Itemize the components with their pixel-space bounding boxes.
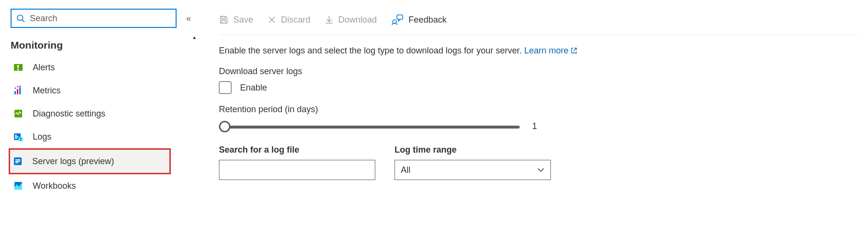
download-logs-label: Download server logs [219,66,868,77]
scroll-up-icon[interactable]: ▲ [192,35,197,40]
svg-rect-20 [15,159,20,160]
discard-icon [268,15,276,24]
sidebar-item-server-logs[interactable]: Server logs (preview) [9,148,171,174]
sidebar-item-label: Metrics [33,86,61,96]
svg-rect-7 [19,87,21,94]
log-time-range-label: Log time range [395,145,551,155]
svg-rect-29 [397,15,403,19]
search-icon [16,14,25,23]
sidebar-item-logs[interactable]: Logs [11,125,200,148]
svg-rect-6 [17,89,18,94]
retention-value: 1 [532,121,537,131]
sidebar-item-alerts[interactable]: Alerts [11,56,200,79]
svg-rect-18 [20,140,21,141]
feedback-label: Feedback [408,15,447,25]
sidebar-item-workbooks[interactable]: Workbooks [11,174,200,197]
slider-track [219,126,520,129]
slider-thumb[interactable] [219,121,230,132]
save-icon [219,15,229,25]
download-label: Download [338,15,377,25]
enable-label: Enable [240,83,267,93]
sidebar-item-label: Diagnostic settings [33,109,105,119]
enable-checkbox[interactable] [219,81,231,94]
sidebar-item-diagnostic-settings[interactable]: Diagnostic settings [11,102,200,125]
sidebar-item-label: Logs [33,132,51,142]
sidebar-item-metrics[interactable]: Metrics [11,79,200,102]
sidebar-item-label: Server logs (preview) [32,156,114,167]
main-content: Save Discard Download Feedback Enable th… [200,0,868,246]
svg-rect-15 [15,138,17,139]
svg-rect-4 [17,69,19,70]
sidebar-item-label: Alerts [33,63,55,73]
svg-line-1 [22,20,25,22]
sidebar-item-label: Workbooks [33,181,76,191]
workbooks-icon [13,180,24,192]
external-link-icon [571,46,577,55]
description-text: Enable the server logs and select the lo… [219,46,868,56]
logs-icon [13,131,24,142]
svg-rect-22 [15,162,18,163]
search-box[interactable] [11,9,177,28]
log-time-range-select[interactable]: All [395,160,551,180]
feedback-button[interactable]: Feedback [391,14,447,25]
download-icon [325,15,333,25]
svg-rect-21 [15,161,20,162]
search-log-label: Search for a log file [219,145,375,155]
discard-label: Discard [281,15,310,25]
svg-rect-13 [15,135,17,136]
section-header-monitoring: Monitoring [11,39,200,51]
save-label: Save [233,15,253,25]
svg-point-0 [17,15,23,20]
alerts-icon [13,62,24,73]
svg-point-10 [20,86,21,87]
search-log-input[interactable] [219,160,375,180]
save-button: Save [219,15,253,25]
learn-more-link[interactable]: Learn more [524,46,577,55]
svg-rect-3 [17,65,19,68]
svg-point-8 [15,88,16,89]
svg-rect-5 [14,91,16,94]
diagnostic-icon [13,108,24,119]
download-button: Download [325,15,377,25]
chevron-down-icon [537,168,545,172]
log-time-range-value: All [401,165,410,175]
svg-rect-14 [15,136,18,137]
server-logs-icon [12,155,24,167]
retention-label: Retention period (in days) [219,104,868,115]
retention-slider[interactable] [219,122,520,131]
svg-point-9 [17,86,19,88]
collapse-sidebar-icon[interactable]: « [186,13,191,24]
discard-button: Discard [268,15,310,25]
svg-rect-17 [20,138,21,140]
metrics-icon [13,85,24,96]
command-bar: Save Discard Download Feedback [219,9,858,35]
feedback-icon [391,14,404,25]
sidebar: « ▲ Monitoring Alerts Metrics Diagnostic… [0,0,200,246]
search-input[interactable] [30,13,171,24]
